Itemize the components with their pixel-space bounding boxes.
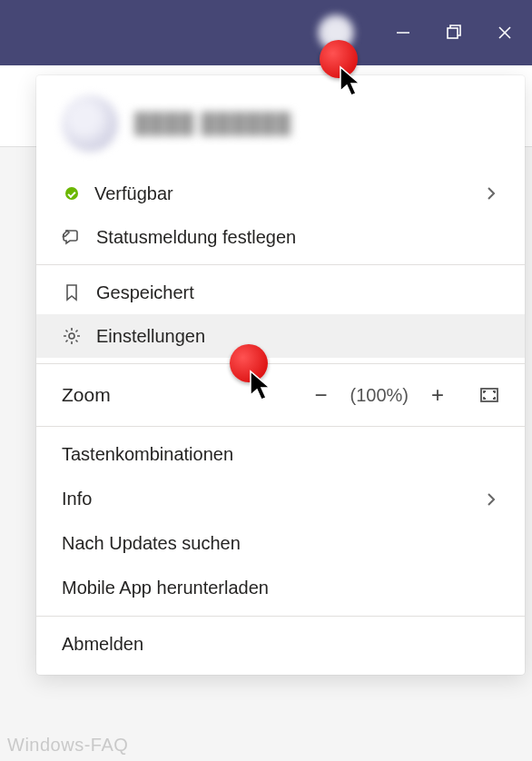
minimize-button[interactable] [392, 22, 414, 44]
divider [36, 363, 525, 364]
zoom-out-button[interactable]: − [310, 382, 332, 408]
close-button[interactable] [494, 22, 516, 44]
shortcuts-label: Tastenkombinationen [62, 444, 233, 465]
window-titlebar [0, 0, 532, 65]
profile-dropdown: ████ ██████ Verfügbar Statusmeldung fest… [36, 75, 525, 675]
gear-icon [62, 326, 82, 346]
updates-label: Nach Updates suchen [62, 533, 241, 554]
settings-label: Einstellungen [96, 326, 205, 347]
status-available-icon [65, 187, 78, 200]
info-item[interactable]: Info [36, 477, 525, 521]
divider [36, 616, 525, 617]
cursor-icon [249, 370, 274, 406]
profile-header[interactable]: ████ ██████ [36, 75, 525, 172]
fullscreen-icon[interactable] [479, 385, 499, 405]
status-item[interactable]: Verfügbar [36, 172, 525, 215]
avatar-large [62, 95, 118, 152]
set-status-label: Statusmeldung festlegen [96, 227, 296, 248]
zoom-value: (100%) [350, 385, 409, 406]
chevron-right-icon [483, 185, 499, 202]
profile-name: ████ ██████ [134, 112, 291, 135]
signout-item[interactable]: Abmelden [36, 622, 525, 675]
saved-item[interactable]: Gespeichert [36, 271, 525, 314]
shortcuts-item[interactable]: Tastenkombinationen [36, 432, 525, 477]
download-mobile-item[interactable]: Mobile App herunterladen [36, 566, 525, 610]
saved-label: Gespeichert [96, 282, 194, 303]
divider [36, 426, 525, 427]
zoom-row: Zoom − (100%) + [36, 370, 525, 420]
svg-point-4 [69, 333, 74, 339]
svg-rect-1 [448, 28, 458, 38]
divider [36, 264, 525, 265]
watermark: Windows-FAQ [7, 735, 128, 756]
zoom-in-button[interactable]: + [427, 382, 448, 408]
status-label: Verfügbar [94, 183, 173, 204]
zoom-label: Zoom [62, 384, 111, 406]
maximize-button[interactable] [443, 22, 465, 44]
settings-item[interactable]: Einstellungen [36, 314, 525, 358]
check-updates-item[interactable]: Nach Updates suchen [36, 521, 525, 566]
info-label: Info [62, 489, 92, 509]
chevron-right-icon [483, 491, 499, 508]
set-status-message-item[interactable]: Statusmeldung festlegen [36, 215, 525, 259]
cursor-icon [339, 65, 364, 102]
bookmark-icon [62, 282, 82, 302]
mobile-label: Mobile App herunterladen [62, 578, 269, 598]
edit-message-icon [62, 227, 82, 247]
signout-label: Abmelden [62, 634, 143, 655]
